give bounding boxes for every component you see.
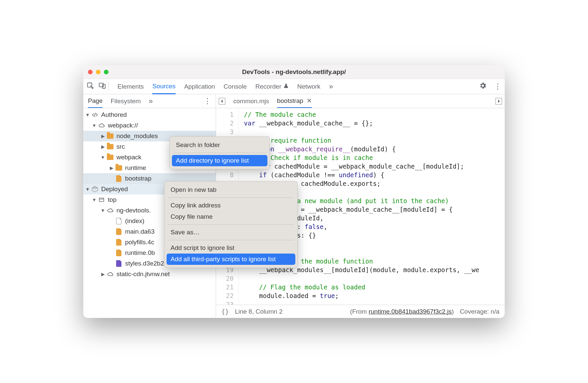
sidebar-tab-strip: Page Filesystem » ⋮ bbox=[83, 94, 216, 108]
disclosure-triangle-icon[interactable]: ▼ bbox=[92, 197, 97, 202]
context-menu-item[interactable]: Add script to ignore list bbox=[167, 242, 295, 254]
tab-console[interactable]: Console bbox=[224, 79, 247, 94]
context-menu-item[interactable]: Open in new tab bbox=[167, 184, 295, 195]
file-tab-common[interactable]: common.mjs bbox=[233, 94, 269, 108]
disclosure-triangle-icon[interactable]: ▶ bbox=[101, 271, 105, 277]
tree-label: src bbox=[116, 143, 125, 150]
separator bbox=[168, 224, 294, 225]
context-menu-item[interactable]: Copy file name bbox=[167, 211, 295, 222]
tree-item-static-cdn[interactable]: ▶ static-cdn.jtvnw.net bbox=[83, 269, 216, 279]
file-tab-label: bootstrap bbox=[277, 97, 303, 105]
js-file-icon bbox=[115, 239, 122, 246]
window-title: DevTools - ng-devtools.netlify.app/ bbox=[83, 68, 505, 76]
close-tab-icon[interactable]: ✕ bbox=[307, 97, 312, 105]
context-menu-item[interactable]: Add all third-party scripts to ignore li… bbox=[167, 254, 295, 265]
tree-label: runtime bbox=[125, 164, 146, 172]
tab-network[interactable]: Network bbox=[297, 79, 321, 94]
cursor-position: Line 8, Column 2 bbox=[235, 308, 283, 315]
ctx-search-folder[interactable]: Search in folder bbox=[172, 139, 267, 151]
tree-label: webpack:// bbox=[108, 122, 138, 129]
inspect-icon[interactable] bbox=[87, 82, 94, 91]
separator bbox=[173, 153, 266, 153]
pretty-print-icon[interactable]: {} bbox=[221, 308, 229, 315]
titlebar: DevTools - ng-devtools.netlify.app/ bbox=[83, 65, 505, 79]
folder-icon bbox=[107, 143, 114, 150]
device-toggle-icon[interactable] bbox=[99, 82, 106, 91]
context-menu-file: Open in new tabCopy link addressCopy fil… bbox=[164, 181, 298, 268]
code-icon bbox=[91, 111, 99, 118]
ctx-add-dir-ignore[interactable]: Add directory to ignore list bbox=[172, 155, 267, 166]
sidebar-tab-page[interactable]: Page bbox=[88, 94, 103, 108]
disclosure-triangle-icon[interactable]: ▶ bbox=[109, 165, 114, 171]
editor-statusbar: {} Line 8, Column 2 (From runtime.0b841b… bbox=[216, 305, 505, 318]
tree-label: Authored bbox=[101, 111, 127, 118]
package-icon bbox=[91, 186, 99, 193]
tab-elements[interactable]: Elements bbox=[117, 79, 144, 94]
main-tab-strip: Elements Sources Application Console Rec… bbox=[83, 79, 505, 94]
file-tab-bootstrap[interactable]: bootstrap ✕ bbox=[277, 94, 312, 108]
disclosure-triangle-icon[interactable]: ▶ bbox=[101, 144, 105, 149]
cloud-icon bbox=[107, 270, 114, 278]
cloud-icon bbox=[98, 122, 105, 129]
coverage-status: Coverage: n/a bbox=[460, 308, 499, 315]
disclosure-triangle-icon[interactable]: ▼ bbox=[85, 187, 90, 192]
separator bbox=[168, 197, 294, 198]
file-tab-strip: common.mjs bootstrap ✕ bbox=[216, 94, 505, 108]
js-file-icon bbox=[115, 228, 122, 235]
css-file-icon bbox=[115, 260, 122, 267]
kebab-menu-icon[interactable]: ⋮ bbox=[494, 82, 501, 91]
frame-icon bbox=[98, 196, 105, 203]
tab-application[interactable]: Application bbox=[184, 79, 215, 94]
disclosure-triangle-icon[interactable]: ▶ bbox=[101, 133, 105, 139]
svg-rect-3 bbox=[99, 198, 104, 202]
file-icon bbox=[115, 217, 122, 225]
disclosure-triangle-icon[interactable]: ▼ bbox=[92, 123, 97, 128]
sidebar-tab-filesystem[interactable]: Filesystem bbox=[110, 94, 141, 108]
tree-label: Deployed bbox=[101, 186, 128, 193]
tree-label: runtime.0b bbox=[125, 249, 155, 257]
folder-icon bbox=[107, 154, 114, 161]
context-menu-folder: Search in folder Add directory to ignore… bbox=[170, 136, 270, 169]
cloud-icon bbox=[107, 207, 114, 214]
file-tab-label: common.mjs bbox=[233, 98, 269, 105]
tree-label: node_modules bbox=[116, 132, 158, 140]
source-from-link[interactable]: runtime.0b841bad3967f3c2.js bbox=[369, 308, 452, 315]
tree-label: (index) bbox=[125, 217, 144, 225]
tree-label: webpack bbox=[116, 154, 141, 161]
beaker-icon bbox=[283, 83, 289, 90]
disclosure-triangle-icon[interactable]: ▼ bbox=[85, 112, 90, 117]
disclosure-triangle-icon[interactable]: ▼ bbox=[101, 208, 105, 213]
sidebar-kebab-icon[interactable]: ⋮ bbox=[204, 97, 211, 106]
tree-label: ng-devtools. bbox=[116, 207, 151, 214]
tree-group-authored[interactable]: ▼ Authored bbox=[83, 110, 216, 120]
settings-gear-icon[interactable] bbox=[479, 82, 487, 91]
tree-label: polyfills.4c bbox=[125, 239, 154, 246]
tree-label: top bbox=[108, 196, 116, 203]
tree-label: main.da63 bbox=[125, 228, 155, 235]
folder-icon bbox=[107, 132, 114, 140]
nav-forward-icon[interactable] bbox=[495, 98, 502, 105]
context-menu-item[interactable]: Save as… bbox=[167, 227, 295, 238]
tab-recorder[interactable]: Recorder bbox=[256, 79, 289, 94]
tree-label: bootstrap bbox=[125, 175, 151, 182]
js-file-icon bbox=[115, 175, 122, 182]
js-file-icon bbox=[115, 249, 122, 257]
context-menu-item[interactable]: Copy link address bbox=[167, 200, 295, 211]
sidebar-tabs-overflow[interactable]: » bbox=[149, 94, 153, 108]
devtools-window: DevTools - ng-devtools.netlify.app/ Elem… bbox=[83, 65, 505, 318]
tab-sources[interactable]: Sources bbox=[152, 79, 176, 94]
folder-icon bbox=[115, 164, 122, 172]
tabs-overflow[interactable]: » bbox=[329, 79, 333, 94]
svg-rect-2 bbox=[103, 84, 105, 88]
tree-item-webpack-scheme[interactable]: ▼ webpack:// bbox=[83, 120, 216, 131]
tab-recorder-label: Recorder bbox=[256, 83, 281, 90]
disclosure-triangle-icon[interactable]: ▼ bbox=[101, 155, 105, 160]
source-from: (From runtime.0b841bad3967f3c2.js) bbox=[350, 308, 454, 315]
separator bbox=[168, 240, 294, 240]
nav-back-icon[interactable] bbox=[219, 98, 225, 105]
tree-label: static-cdn.jtvnw.net bbox=[116, 270, 170, 278]
